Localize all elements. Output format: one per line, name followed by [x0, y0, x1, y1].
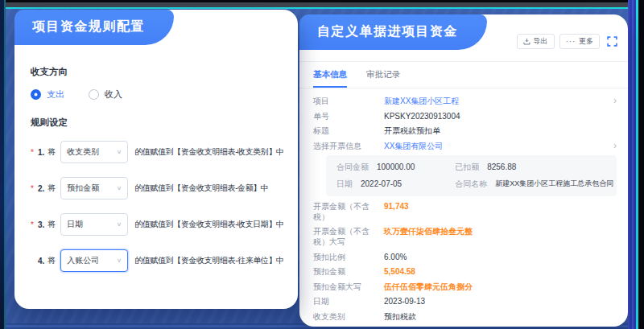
rule-verb: 将	[47, 183, 56, 194]
field-label: 预扣金额	[313, 266, 384, 277]
field-label: 单号	[313, 111, 384, 121]
export-button-label: 导出	[534, 36, 548, 47]
field-row-date: 日期 2023-09-13	[313, 296, 617, 306]
field-label: 项目	[313, 96, 384, 106]
chevron-down-icon: ∨	[117, 257, 122, 264]
contract-amount-value: 100000.00	[377, 162, 415, 172]
rule-3-field-select[interactable]: 日期 ∨	[60, 213, 128, 236]
rule-verb: 将	[47, 219, 56, 230]
field-label: 选择开票信息	[313, 141, 384, 151]
rule-1-field-select[interactable]: 收支类别 ∨	[60, 141, 128, 163]
rule-3-select-value: 日期	[67, 219, 83, 230]
rule-number: 3.	[38, 220, 44, 229]
rule-config-title: 项目资金规则配置	[32, 19, 145, 35]
withhold-amount-caps-value: 伍仟伍佰零肆元伍角捌分	[384, 282, 617, 292]
withheld-amount-cell: 已扣额 8256.88	[455, 162, 606, 172]
chevron-down-icon: ∨	[117, 221, 122, 228]
rule-row-4: 4. 将 入账公司 ∨ 的值赋值到【资金收支明细表-往来单位】中	[31, 249, 293, 272]
category-value: 预扣税款	[384, 311, 617, 322]
field-label: 开票金额（不含税）大写	[313, 226, 384, 247]
chevron-down-icon: ∨	[117, 149, 122, 155]
rules-section-label: 规则设定	[31, 117, 293, 129]
export-icon	[523, 38, 530, 45]
export-button[interactable]: 导出	[517, 34, 555, 49]
rule-1-select-value: 收支类别	[67, 146, 99, 158]
rule-config-header: 项目资金规则配置	[14, 10, 174, 45]
field-row-doc-no: 单号 KPSKY20230913004	[313, 111, 617, 121]
rule-number: 2.	[38, 184, 44, 193]
more-button[interactable]: ··· 更多	[559, 34, 601, 49]
chevron-down-icon: ∨	[117, 185, 122, 191]
contract-amount-cell: 合同金额 100000.00	[336, 162, 448, 172]
tab-basic-info[interactable]: 基本信息	[313, 69, 347, 88]
invoice-amount-value: 91,743	[384, 201, 617, 212]
rule-row-3: * 3. 将 日期 ∨ 的值赋值到【资金收支明细表-收支日期】中	[31, 213, 293, 236]
field-label: 日期	[313, 296, 384, 306]
field-row-invoice-amount-caps: 开票金额（不含税）大写 玖万壹仟柒佰肆拾叁元整	[313, 226, 617, 247]
required-asterisk: *	[31, 148, 36, 157]
required-asterisk: *	[31, 184, 36, 193]
radio-unselected-icon	[89, 89, 99, 100]
field-row-withhold-amount-caps: 预扣金额大写 伍仟伍佰零肆元伍角捌分	[313, 282, 617, 292]
rule-verb: 将	[47, 255, 56, 266]
field-label: 预扣比例	[313, 252, 384, 262]
field-row-project: 项目 新建XX集团小区工程 ›	[313, 96, 617, 106]
tab-approval-record[interactable]: 审批记录	[366, 69, 400, 88]
frame-top-border	[0, 0, 644, 9]
radio-income-label: 收入	[105, 88, 122, 101]
invoice-info-link[interactable]: XX集团有限公司	[384, 141, 613, 151]
rule-suffix-text: 的值赋值到【资金收支明细表-收支日期】中	[134, 219, 283, 230]
withhold-amount-value: 5,504.58	[384, 266, 617, 277]
rule-number: 4.	[38, 257, 44, 265]
rule-4-field-select[interactable]: 入账公司 ∨	[60, 249, 128, 272]
contract-info-box: 合同金额 100000.00 已扣额 8256.88 日期 2022-07-05…	[326, 155, 617, 196]
rule-2-field-select[interactable]: 预扣金额 ∨	[60, 177, 128, 199]
rule-number: 1.	[38, 148, 44, 157]
field-label: 标题	[313, 125, 384, 136]
doc-title-value: 开票税款预扣单	[384, 125, 617, 136]
rule-suffix-text: 的值赋值到【资金收支明细表-往来单位】中	[134, 255, 283, 266]
rule-2-select-value: 预扣金额	[67, 183, 99, 194]
withheld-amount-label: 已扣额	[455, 162, 479, 172]
document-detail-panel: 自定义单据进项目资金 导出 ··· 更多 基本信息 审批记录	[299, 14, 628, 327]
direction-section-label: 收支方向	[31, 66, 293, 78]
contract-amount-label: 合同金额	[336, 162, 369, 172]
rule-verb: 将	[47, 146, 56, 158]
chevron-right-icon[interactable]: ›	[613, 96, 617, 105]
fullscreen-icon[interactable]	[607, 36, 617, 47]
contract-name-value: 新建XX集团小区工程施工总承包合同	[495, 179, 613, 188]
rule-4-select-value: 入账公司	[67, 255, 99, 266]
field-label: 开票金额（不含税）	[313, 201, 384, 222]
contract-name-label: 合同名称	[455, 179, 487, 189]
chevron-right-icon[interactable]: ›	[613, 141, 617, 150]
contract-date-cell: 日期 2022-07-05	[336, 179, 448, 189]
direction-radio-group: 支出 收入	[31, 88, 293, 101]
radio-income[interactable]: 收入	[89, 88, 122, 101]
required-asterisk: *	[31, 220, 36, 229]
rule-suffix-text: 的值赋值到【资金收支明细表-收支类别】中	[134, 146, 283, 158]
contract-date-value: 2022-07-05	[361, 179, 402, 189]
more-button-label: 更多	[579, 36, 593, 47]
field-row-withhold-amount: 预扣金额 5,504.58	[313, 266, 617, 277]
date-value: 2023-09-13	[384, 296, 617, 306]
withheld-amount-value: 8256.88	[487, 162, 516, 172]
document-header: 自定义单据进项目资金	[299, 14, 487, 50]
field-row-invoice-amount: 开票金额（不含税） 91,743	[313, 201, 617, 222]
detail-form: 项目 新建XX集团小区工程 › 单号 KPSKY20230913004 标题 开…	[299, 88, 628, 328]
doc-no-value: KPSKY20230913004	[384, 111, 617, 121]
field-row-invoice-info: 选择开票信息 XX集团有限公司 ›	[313, 141, 617, 151]
field-label: 收支类别	[313, 311, 384, 322]
contract-date-label: 日期	[336, 179, 353, 189]
rule-row-2: * 2. 将 预扣金额 ∨ 的值赋值到【资金收支明细表-金额】中	[31, 177, 293, 199]
project-link[interactable]: 新建XX集团小区工程	[384, 96, 613, 106]
field-row-doc-title: 标题 开票税款预扣单	[313, 125, 617, 136]
radio-expense[interactable]: 支出	[31, 88, 64, 101]
document-toolbar: 导出 ··· 更多	[517, 34, 618, 49]
rule-row-1: * 1. 将 收支类别 ∨ 的值赋值到【资金收支明细表-收支类别】中	[31, 141, 293, 163]
invoice-amount-caps-value: 玖万壹仟柒佰肆拾叁元整	[384, 226, 617, 236]
radio-expense-label: 支出	[47, 88, 64, 101]
rules-list: * 1. 将 收支类别 ∨ 的值赋值到【资金收支明细表-收支类别】中 * 2. …	[31, 141, 293, 272]
field-row-withhold-ratio: 预扣比例 6.00%	[313, 252, 617, 262]
frame-left-border	[0, 0, 6, 329]
rule-suffix-text: 的值赋值到【资金收支明细表-金额】中	[134, 183, 268, 194]
